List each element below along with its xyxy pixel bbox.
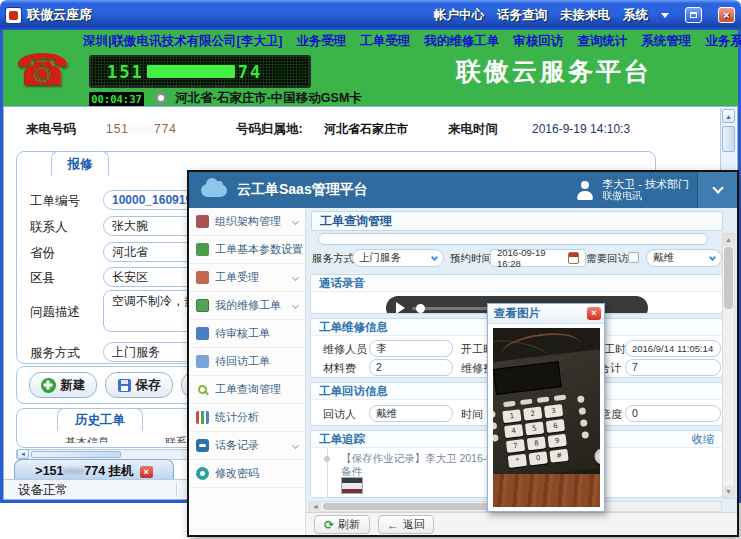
menu-workorder[interactable]: 工单受理 [360, 33, 410, 50]
scroll-left-icon[interactable]: ◄ [310, 501, 321, 512]
top-menubar: 深圳|联傲电讯技术有限公司[李大卫] 业务受理 工单受理 我的维修工单 审核回访… [83, 33, 741, 50]
page-title: 工单查询管理 [311, 211, 723, 231]
led-redaction [147, 65, 235, 78]
save-button[interactable]: 保存 [105, 372, 173, 398]
revisit-time-label: 时间 [461, 406, 483, 422]
vscroll-thumb[interactable] [724, 247, 733, 309]
org-chart-icon [196, 215, 209, 228]
image-viewer-popup: 查看图片 × 1 2 3 4 5 6 7 8 9 [487, 303, 605, 512]
scroll-thumb[interactable] [722, 126, 735, 152]
caller-number: 151·····774 [106, 122, 177, 136]
service-mode-select[interactable]: 上门服务 [352, 249, 444, 267]
play-icon[interactable] [396, 302, 405, 314]
menu-account-center[interactable]: 帐户中心 [434, 7, 484, 24]
chevron-down-icon [712, 182, 723, 193]
sidebar-item-accept[interactable]: 工单受理 [189, 264, 305, 292]
sidebar-item-call-records[interactable]: 话务记录 [189, 432, 305, 460]
chevron-down-icon [292, 302, 299, 309]
sidebar-item-params[interactable]: 工单基本参数设置 [189, 236, 305, 264]
menu-system[interactable]: 系统 [623, 7, 648, 24]
revisit-person-select[interactable]: 戴维 [646, 249, 722, 267]
appointment-time-input[interactable]: 2016-09-19 16:28 [490, 249, 586, 267]
user-company: 联傲电讯 [602, 190, 689, 202]
sidebar-item-pending-revisit[interactable]: 待回访工单 [189, 348, 305, 376]
telephone-body: 1 2 3 4 5 6 7 8 9 * 0 # [493, 349, 600, 482]
progress-knob[interactable] [416, 304, 425, 313]
material-fee-label: 材料费 [323, 360, 356, 376]
region-label: 号码归属地: [236, 121, 303, 138]
side-buttons [577, 395, 589, 439]
menu-statistics[interactable]: 查询统计 [577, 33, 627, 50]
revisit-person-input[interactable]: 戴维 [369, 405, 453, 422]
menu-call-query[interactable]: 话务查询 [497, 7, 547, 24]
repair-person-input[interactable]: 李 [369, 340, 453, 357]
bar-chart-icon [196, 411, 209, 424]
issue-label: 问题描述 [30, 304, 80, 321]
refresh-button[interactable]: ⟳ 刷新 [314, 515, 370, 534]
chevron-down-icon [661, 13, 669, 22]
menu-my-repairs[interactable]: 我的维修工单 [424, 33, 499, 50]
timeline-dot [324, 456, 330, 462]
district-label: 区县 [30, 270, 55, 287]
close-button[interactable]: × [718, 7, 735, 23]
screen: 联傲云座席 帐户中心 话务查询 未接来电 系统 × 深圳|联傲电讯技术有限公司[… [0, 0, 741, 539]
need-revisit-label: 需要回访 [586, 252, 628, 266]
chevron-down-icon [709, 253, 716, 260]
user-block[interactable]: 李大卫 - 技术部门 联傲电讯 [575, 178, 689, 202]
total-input[interactable]: 7 [625, 359, 721, 376]
hscroll-thumb[interactable] [31, 451, 121, 458]
chevron-down-icon [292, 218, 299, 225]
hscroll-thumb[interactable] [323, 503, 503, 510]
plus-icon [41, 378, 56, 393]
menu-business-system[interactable]: 业务系统 [705, 33, 741, 50]
material-fee-input[interactable]: 2 [369, 359, 453, 376]
menu-business[interactable]: 业务受理 [296, 33, 346, 50]
content-vscrollbar[interactable]: ▲ ▼ [722, 233, 735, 499]
need-revisit-checkbox[interactable] [628, 252, 639, 263]
sidebar-item-org[interactable]: 组织架构管理 [189, 208, 305, 236]
sidebar-item-pending-audit[interactable]: 待审核工单 [189, 320, 305, 348]
collapse-menu-button[interactable] [697, 172, 737, 208]
menu-system-mgmt[interactable]: 系统管理 [641, 33, 691, 50]
refresh-icon: ⟳ [324, 520, 334, 530]
tab-repair[interactable]: 报修 [51, 151, 109, 176]
sidebar-item-order-query[interactable]: 工单查询管理 [189, 376, 305, 404]
menu-audit-revisit[interactable]: 审核回访 [513, 33, 563, 50]
scroll-left-icon[interactable]: ◄ [17, 449, 29, 459]
close-session-icon[interactable]: × [140, 466, 153, 478]
back-button[interactable]: ← 返回 [378, 515, 434, 534]
close-icon[interactable]: × [587, 307, 601, 320]
attachment-photo: 1 2 3 4 5 6 7 8 9 * 0 # [493, 328, 600, 507]
phone-icon [196, 439, 209, 452]
main-titlebar[interactable]: 联傲云座席 帐户中心 话务查询 未接来电 系统 × [0, 0, 741, 30]
sidebar-item-my-repairs[interactable]: 我的维修工单 [189, 292, 305, 320]
satisfaction-input[interactable]: 0 [625, 405, 721, 422]
line-info: 河北省-石家庄市-中国移动GSM卡 [175, 90, 362, 107]
chevron-down-icon [292, 442, 299, 449]
folder-icon [196, 243, 209, 256]
saas-sidebar: 组织架构管理 工单基本参数设置 工单受理 我的维修工单 待审核工单 待回访工单 [189, 208, 306, 535]
tab-history-orders[interactable]: 历史工单 [57, 408, 143, 431]
chevron-down-icon [431, 253, 438, 260]
collapse-link[interactable]: 收缩 [692, 431, 714, 447]
new-button[interactable]: 新建 [29, 372, 97, 398]
scroll-up-icon[interactable]: ▲ [723, 234, 734, 246]
sidebar-item-statistics[interactable]: 统计分析 [189, 404, 305, 432]
caller-number-label: 来电号码 [26, 121, 76, 138]
restore-button[interactable] [685, 7, 702, 23]
menu-missed-calls[interactable]: 未接来电 [560, 7, 610, 24]
line-status-icon [155, 92, 167, 104]
trace-attachment-thumbnail[interactable] [341, 477, 363, 494]
scroll-down-icon[interactable]: ▼ [723, 486, 734, 498]
side-buttons [493, 410, 499, 442]
main-scrollbar[interactable]: ▲ [720, 108, 736, 172]
led-number-display: 151 74 [89, 55, 311, 88]
order-no-label: 工单编号 [30, 193, 80, 210]
scroll-up-icon[interactable]: ▲ [722, 109, 735, 123]
dial-button [594, 448, 600, 466]
red-telephone-icon: ☎ [15, 48, 70, 92]
truncated-input[interactable] [318, 233, 708, 245]
end-time-input[interactable]: 2016/9/14 11:05:14 [625, 340, 721, 357]
sidebar-item-change-password[interactable]: 修改密码 [189, 460, 305, 488]
calendar-icon[interactable] [568, 252, 579, 264]
